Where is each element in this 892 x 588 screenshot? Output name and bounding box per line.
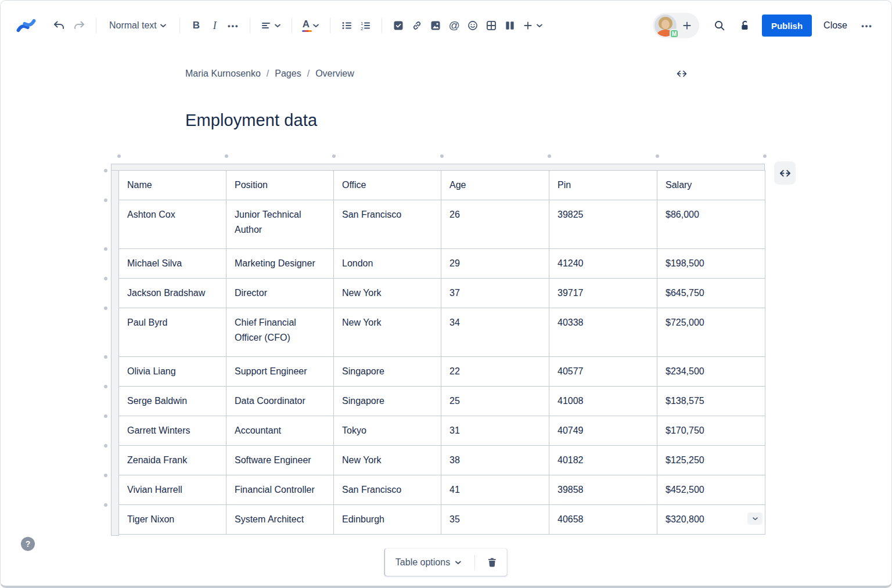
table-cell[interactable]: 31 <box>441 416 549 446</box>
table-cell[interactable]: Olivia Liang <box>119 357 226 387</box>
column-handle-dot[interactable] <box>548 154 551 158</box>
column-handle-dot[interactable] <box>440 154 444 158</box>
mention-button[interactable]: @ <box>445 16 463 35</box>
column-header[interactable]: Position <box>226 171 334 200</box>
table-cell[interactable]: 41008 <box>549 387 657 416</box>
table-cell[interactable]: Edinburgh <box>334 505 441 535</box>
table-button[interactable] <box>482 16 501 35</box>
table-cell[interactable]: Support Engineer <box>226 357 334 387</box>
table-cell[interactable]: Singapore <box>334 387 441 416</box>
table-row-controls-strip[interactable] <box>111 164 119 536</box>
search-button[interactable] <box>710 16 729 35</box>
more-actions-button[interactable]: ••• <box>858 16 876 35</box>
table-cell[interactable]: Garrett Winters <box>119 416 226 446</box>
table-cell[interactable]: Accountant <box>226 416 334 446</box>
column-handle-dot[interactable] <box>763 154 767 158</box>
row-handle-dot[interactable] <box>104 503 107 507</box>
row-handle-dot[interactable] <box>104 355 107 359</box>
column-handle-dot[interactable] <box>332 154 336 158</box>
table-cell[interactable]: 41240 <box>549 249 657 279</box>
alignment-dropdown[interactable] <box>257 16 285 35</box>
table-cell[interactable]: Data Coordinator <box>226 387 334 416</box>
table-cell[interactable]: New York <box>334 279 441 308</box>
undo-button[interactable] <box>49 16 69 35</box>
row-handle-dot[interactable] <box>104 199 107 202</box>
layouts-button[interactable] <box>501 16 519 35</box>
column-handle-dot[interactable] <box>225 154 228 158</box>
text-style-dropdown[interactable]: Normal text <box>103 16 172 35</box>
column-header[interactable]: Salary <box>657 171 765 200</box>
emoji-button[interactable] <box>463 16 482 35</box>
row-handle-dot[interactable] <box>104 444 107 448</box>
table-cell[interactable]: 40577 <box>549 357 657 387</box>
page-width-toggle[interactable] <box>673 66 690 82</box>
user-avatar[interactable]: M <box>654 15 677 37</box>
table-cell[interactable]: $125,250 <box>657 446 765 475</box>
table-cell[interactable]: Zenaida Frank <box>119 446 226 475</box>
table-cell[interactable]: $198,500 <box>657 249 765 279</box>
table-cell[interactable]: Junior Technical Author <box>226 200 334 249</box>
table-cell[interactable]: Marketing Designer <box>226 249 334 279</box>
table-cell[interactable]: Financial Controller <box>226 475 334 505</box>
column-header[interactable]: Age <box>441 171 549 200</box>
table-cell[interactable]: 40658 <box>549 505 657 535</box>
table-cell[interactable]: Michael Silva <box>119 249 226 279</box>
table-cell[interactable]: Director <box>226 279 334 308</box>
help-button[interactable]: ? <box>21 537 35 551</box>
column-header[interactable]: Pin <box>549 171 657 200</box>
table-cell[interactable]: 22 <box>441 357 549 387</box>
table-cell[interactable]: $170,750 <box>657 416 765 446</box>
table-cell[interactable]: Software Engineer <box>226 446 334 475</box>
table-cell[interactable]: 37 <box>441 279 549 308</box>
table-cell[interactable]: Singapore <box>334 357 441 387</box>
row-handle-dot[interactable] <box>104 306 107 310</box>
redo-button[interactable] <box>69 16 89 35</box>
column-header[interactable]: Office <box>334 171 441 200</box>
bold-button[interactable]: B <box>187 16 206 35</box>
table-overflow-chevron[interactable] <box>747 513 762 525</box>
table-cell[interactable]: 39717 <box>549 279 657 308</box>
table-cell[interactable]: 40182 <box>549 446 657 475</box>
column-header[interactable]: Name <box>119 171 226 200</box>
row-handle-dot[interactable] <box>104 277 107 280</box>
table-cell[interactable]: $234,500 <box>657 357 765 387</box>
table-cell[interactable]: Serge Baldwin <box>119 387 226 416</box>
table-resize-handle[interactable] <box>774 161 796 185</box>
table-cell[interactable]: $452,500 <box>657 475 765 505</box>
breadcrumb-pages-link[interactable]: Pages <box>275 68 301 79</box>
row-handle-dot[interactable] <box>104 474 107 477</box>
table-cell[interactable]: 34 <box>441 308 549 357</box>
page-title[interactable]: Employment data <box>185 111 317 130</box>
more-formatting-button[interactable]: ••• <box>224 16 243 35</box>
insert-dropdown[interactable] <box>519 16 546 35</box>
table-cell[interactable]: 25 <box>441 387 549 416</box>
image-button[interactable] <box>426 16 445 35</box>
breadcrumb-parent-link[interactable]: Overview <box>315 68 354 79</box>
row-handle-dot[interactable] <box>104 414 107 418</box>
table-cell[interactable]: System Architect <box>226 505 334 535</box>
table-cell[interactable]: Paul Byrd <box>119 308 226 357</box>
table-cell[interactable]: $645,750 <box>657 279 765 308</box>
numbered-list-button[interactable]: 1 2 <box>356 16 375 35</box>
row-handle-dot[interactable] <box>104 385 107 388</box>
table-cell[interactable]: Tiger Nixon <box>119 505 226 535</box>
table-cell[interactable]: Ashton Cox <box>119 200 226 249</box>
table-cell[interactable]: $725,000 <box>657 308 765 357</box>
table-cell[interactable]: 39825 <box>549 200 657 249</box>
link-button[interactable] <box>408 16 426 35</box>
breadcrumb-space-link[interactable]: Maria Kurnosenko <box>185 68 261 79</box>
invite-button[interactable] <box>677 20 697 31</box>
row-handle-dot[interactable] <box>104 247 107 251</box>
delete-table-button[interactable] <box>481 553 503 571</box>
confluence-logo-icon[interactable] <box>16 17 37 34</box>
table-cell[interactable]: 29 <box>441 249 549 279</box>
table-options-dropdown[interactable]: Table options <box>389 554 469 571</box>
restrictions-button[interactable] <box>734 16 754 35</box>
text-color-dropdown[interactable]: A <box>299 16 323 35</box>
publish-button[interactable]: Publish <box>762 15 812 37</box>
table-cell[interactable]: 35 <box>441 505 549 535</box>
column-handle-dot[interactable] <box>117 154 121 158</box>
table-cell[interactable]: 26 <box>441 200 549 249</box>
table-cell[interactable]: Tokyo <box>334 416 441 446</box>
bullet-list-button[interactable] <box>337 16 356 35</box>
